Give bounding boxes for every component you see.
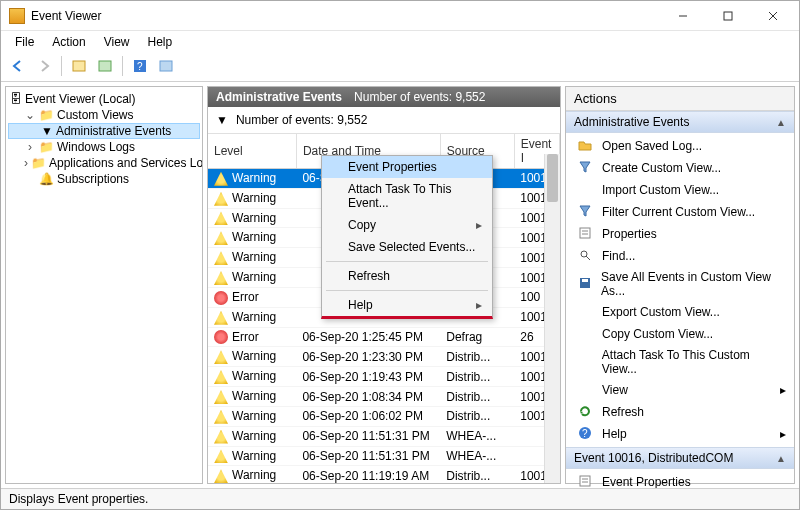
tree-administrative-events[interactable]: ▼Administrative Events (8, 123, 200, 139)
vertical-scrollbar[interactable] (544, 154, 560, 483)
titlebar: Event Viewer (1, 1, 799, 31)
filter-icon: ▼ (216, 113, 228, 127)
svg-text:?: ? (582, 428, 588, 439)
svg-text:?: ? (137, 61, 143, 72)
tree-custom-views[interactable]: ⌄📁Custom Views (8, 107, 200, 123)
table-row[interactable]: Warning06-Sep-20 11:51:31 PMWHEA-... (208, 426, 560, 446)
folder-icon: 📁 (39, 140, 54, 154)
tree-windows-logs[interactable]: ›📁Windows Logs (8, 139, 200, 155)
table-row[interactable]: Warning06-Sep-20 11:51:31 PMWHEA-... (208, 446, 560, 466)
close-button[interactable] (750, 2, 795, 30)
action-item[interactable]: Find... (570, 245, 790, 267)
folder-icon: 📁 (39, 108, 54, 122)
action-item[interactable]: Export Custom View... (570, 301, 790, 323)
chevron-right-icon: ▸ (780, 427, 786, 441)
action-item[interactable]: Create Custom View... (570, 157, 790, 179)
table-row[interactable]: Warning06-Sep-20 1:19:43 PMDistrib...100… (208, 367, 560, 387)
help-button[interactable]: ? (129, 55, 151, 77)
menubar: File Action View Help (1, 31, 799, 53)
chevron-right-icon: ▸ (780, 383, 786, 397)
eventlog-icon: 🗄 (10, 92, 22, 106)
warning-icon (214, 231, 228, 245)
none-icon (578, 304, 594, 320)
app-icon (9, 8, 25, 24)
export-button[interactable] (94, 55, 116, 77)
filter-icon (578, 160, 594, 176)
warning-icon (214, 251, 228, 265)
context-item[interactable]: Event Properties (322, 156, 492, 178)
actions-group-admin[interactable]: Administrative Events▲ (566, 111, 794, 133)
warning-icon (214, 390, 228, 404)
maximize-button[interactable] (705, 2, 750, 30)
warning-icon (214, 311, 228, 325)
context-item[interactable]: Help (322, 294, 492, 316)
action-item[interactable]: Open Saved Log... (570, 135, 790, 157)
none-icon (578, 354, 594, 370)
table-row[interactable]: Warning06-Sep-20 1:06:02 PMDistrib...100… (208, 406, 560, 426)
refresh-icon (578, 404, 594, 420)
action-item[interactable]: Properties (570, 223, 790, 245)
events-header: Administrative Events Number of events: … (208, 87, 560, 107)
svg-line-13 (586, 256, 590, 260)
table-row[interactable]: Error06-Sep-20 1:25:45 PMDefrag26 (208, 327, 560, 347)
context-menu[interactable]: Event PropertiesAttach Task To This Even… (321, 155, 493, 319)
minimize-button[interactable] (660, 2, 705, 30)
menu-action[interactable]: Action (44, 33, 93, 51)
menu-file[interactable]: File (7, 33, 42, 51)
svg-rect-9 (580, 228, 590, 238)
actions-title: Actions (566, 87, 794, 111)
svg-rect-15 (582, 279, 588, 282)
tree-root[interactable]: 🗄Event Viewer (Local) (8, 91, 200, 107)
svg-rect-5 (99, 61, 111, 71)
tree-apps-services-logs[interactable]: ›📁Applications and Services Logs (8, 155, 200, 171)
warning-icon (214, 469, 228, 483)
action-item[interactable]: Save All Events in Custom View As... (570, 267, 790, 301)
filter-icon (578, 204, 594, 220)
subscriptions-icon: 🔔 (39, 172, 54, 186)
warning-icon (214, 410, 228, 424)
props-icon (578, 226, 594, 242)
status-bar: Displays Event properties. (1, 488, 799, 509)
table-row[interactable]: Warning06-Sep-20 1:08:34 PMDistrib...100… (208, 387, 560, 407)
action-item[interactable]: Import Custom View... (570, 179, 790, 201)
menu-help[interactable]: Help (140, 33, 181, 51)
warning-icon (214, 430, 228, 444)
warning-icon (214, 449, 228, 463)
col-level[interactable]: Level (208, 134, 296, 169)
error-icon (214, 330, 228, 344)
action-item[interactable]: Attach Task To This Custom View... (570, 345, 790, 379)
context-item[interactable]: Copy (322, 214, 492, 236)
table-row[interactable]: Warning06-Sep-20 1:23:30 PMDistrib...100… (208, 347, 560, 367)
forward-button[interactable] (33, 55, 55, 77)
action-item[interactable]: View▸ (570, 379, 790, 401)
action-item[interactable]: ?Help▸ (570, 423, 790, 445)
svg-rect-4 (73, 61, 85, 71)
filter-button[interactable] (155, 55, 177, 77)
chevron-up-icon: ▲ (776, 453, 786, 464)
chevron-up-icon: ▲ (776, 117, 786, 128)
action-item[interactable]: Copy Custom View... (570, 323, 790, 345)
action-item[interactable]: Refresh (570, 401, 790, 423)
context-item[interactable]: Refresh (322, 265, 492, 287)
warning-icon (214, 211, 228, 225)
warning-icon (214, 271, 228, 285)
svg-rect-1 (724, 12, 732, 20)
warning-icon (214, 350, 228, 364)
action-item[interactable]: Filter Current Custom View... (570, 201, 790, 223)
context-item[interactable]: Attach Task To This Event... (322, 178, 492, 214)
none-icon (578, 182, 594, 198)
context-item[interactable]: Save Selected Events... (322, 236, 492, 258)
show-hide-tree-button[interactable] (68, 55, 90, 77)
error-icon (214, 291, 228, 305)
tree-pane: 🗄Event Viewer (Local) ⌄📁Custom Views ▼Ad… (5, 86, 203, 484)
open-icon (578, 138, 594, 154)
back-button[interactable] (7, 55, 29, 77)
table-row[interactable]: Warning06-Sep-20 11:19:19 AMDistrib...10… (208, 466, 560, 483)
warning-icon (214, 370, 228, 384)
menu-view[interactable]: View (96, 33, 138, 51)
tree-subscriptions[interactable]: 🔔Subscriptions (8, 171, 200, 187)
folder-icon: 📁 (31, 156, 46, 170)
actions-group-event[interactable]: Event 10016, DistributedCOM▲ (566, 447, 794, 469)
warning-icon (214, 172, 228, 186)
scrollbar-thumb[interactable] (547, 154, 558, 202)
